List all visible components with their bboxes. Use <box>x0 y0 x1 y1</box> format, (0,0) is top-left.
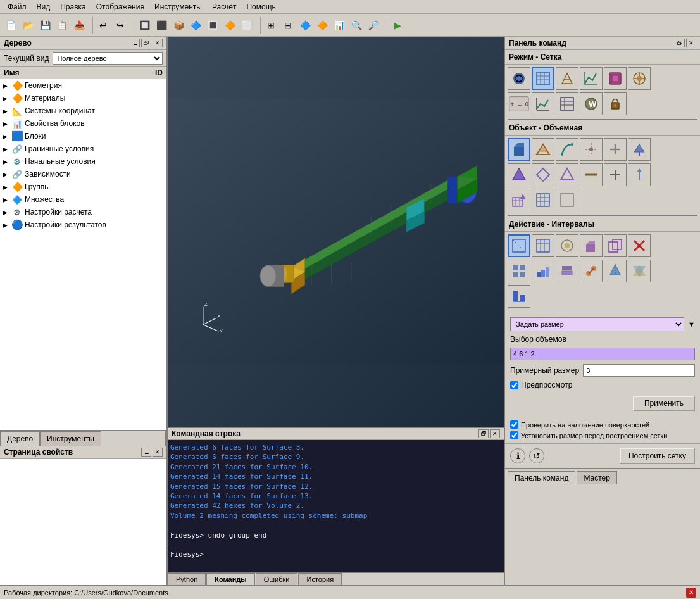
tb-save[interactable]: 💾 <box>37 17 53 34</box>
tree-item-block-props[interactable]: ▶ 📊 Свойства блоков <box>0 117 166 130</box>
build-mesh-button[interactable]: Построить сетку <box>620 448 695 464</box>
tree-item-boundary[interactable]: ▶ 🔗 Граничные условия <box>0 142 166 155</box>
tb-undo[interactable]: ↩ <box>95 17 111 34</box>
tree-item-geometry[interactable]: ▶ 🔶 Геометрия <box>0 79 166 92</box>
action-btn-copy[interactable] <box>604 234 627 257</box>
obj-btn-plus[interactable] <box>604 138 627 161</box>
mode-btn-6[interactable] <box>628 67 651 90</box>
overlap-checkbox[interactable] <box>510 420 518 429</box>
tree-item-coords[interactable]: ▶ 📐 Системы координат <box>0 104 166 117</box>
props-close-btn[interactable]: ✕ <box>153 448 163 457</box>
menu-tools[interactable]: Инструменты <box>149 1 207 13</box>
tree-item-deps[interactable]: ▶ 🔗 Зависимости <box>0 168 166 180</box>
apply-button[interactable]: Применить <box>633 396 695 411</box>
dropdown-arrow[interactable]: ▼ <box>688 320 695 328</box>
tree-minimize-btn[interactable]: 🗕 <box>130 39 140 47</box>
view-select[interactable]: Полное дерево <box>53 52 163 65</box>
tree-item-sets[interactable]: ▶ 🔷 Множества <box>0 193 166 206</box>
mode-btn-3[interactable] <box>556 67 578 90</box>
mode-time-btn[interactable]: t = 0 <box>508 92 530 115</box>
obj-btn-arrow[interactable] <box>628 163 651 186</box>
mode-text-btn[interactable]: W <box>580 92 603 115</box>
obj-btn-volume[interactable] <box>508 138 530 161</box>
tb-grid[interactable]: ⊞ <box>263 17 279 34</box>
obj-btn-empty[interactable] <box>556 189 578 211</box>
left-tab-tree[interactable]: Дерево <box>0 431 40 446</box>
props-minimize-btn[interactable]: 🗕 <box>141 448 151 457</box>
action-btn-steps[interactable] <box>532 260 554 282</box>
action-btn-1[interactable] <box>508 234 530 257</box>
tb-import[interactable]: 📥 <box>71 17 87 34</box>
tb-view1[interactable]: 🔲 <box>136 17 153 34</box>
tb-grid2[interactable]: ⊟ <box>280 17 296 34</box>
tb-mesh[interactable]: 🔶 <box>314 17 330 34</box>
tree-item-groups[interactable]: ▶ 🔶 Группы <box>0 180 166 193</box>
tree-item-result-settings[interactable]: ▶ 🔵 Настройки результатов <box>0 218 166 231</box>
refresh-button[interactable]: ↺ <box>529 448 544 463</box>
action-btn-2[interactable] <box>532 234 554 257</box>
viewport[interactable]: Z Y X <box>168 37 504 427</box>
action-btn-grid2[interactable] <box>508 260 530 282</box>
obj-btn-diamond[interactable] <box>532 163 554 186</box>
info-button[interactable]: ℹ <box>510 448 525 463</box>
menu-view[interactable]: Вид <box>32 1 56 13</box>
obj-btn-up[interactable] <box>628 138 651 161</box>
cmd-tab-commands[interactable]: Команды <box>206 573 254 585</box>
preview-checkbox[interactable] <box>510 381 518 389</box>
mode-btn-5[interactable] <box>604 67 627 90</box>
r-tab-master[interactable]: Мастер <box>577 471 617 484</box>
tb-run[interactable]: ▶ <box>389 17 406 34</box>
menu-edit[interactable]: Правка <box>55 1 91 13</box>
cmd-tab-history[interactable]: История <box>298 573 342 585</box>
right-maximize-btn[interactable]: 🗗 <box>675 39 685 47</box>
close-app-btn[interactable]: ✕ <box>686 588 696 598</box>
action-btn-circle[interactable] <box>556 234 578 257</box>
obj-btn-mesh-table[interactable] <box>532 189 554 211</box>
tree-item-materials[interactable]: ▶ 🔶 Материалы <box>0 92 166 104</box>
tb-redo[interactable]: ↪ <box>112 17 128 34</box>
tb-view4[interactable]: 🔷 <box>187 17 204 34</box>
tree-item-initial[interactable]: ▶ ⚙ Начальные условия <box>0 155 166 168</box>
r-tab-commands[interactable]: Панель команд <box>508 471 575 484</box>
menu-help[interactable]: Помощь <box>241 1 280 13</box>
obj-btn-curve[interactable] <box>556 138 578 161</box>
action-btn-mesh3d[interactable] <box>604 260 627 282</box>
tree-maximize-btn[interactable]: 🗗 <box>141 39 151 47</box>
tb-zoom-out[interactable]: 🔎 <box>365 17 382 34</box>
tb-view7[interactable]: ⬜ <box>239 17 255 34</box>
tree-close-btn[interactable]: ✕ <box>153 39 163 47</box>
cmd-tab-python[interactable]: Python <box>168 573 206 585</box>
cmd-close-btn[interactable]: ✕ <box>490 429 500 438</box>
tb-view6[interactable]: 🔶 <box>222 17 238 34</box>
mode-btn-2[interactable] <box>532 67 554 90</box>
action-btn-3d[interactable] <box>580 234 603 257</box>
obj-btn-vertex[interactable] <box>580 138 603 161</box>
set-size-checkbox[interactable] <box>510 431 518 439</box>
action-btn-bar-chart[interactable] <box>508 285 530 308</box>
cmd-tab-errors[interactable]: Ошибки <box>256 573 298 585</box>
action-dropdown[interactable]: Задать размер <box>510 317 684 331</box>
volume-input[interactable] <box>510 348 695 360</box>
tb-view3[interactable]: 📦 <box>170 17 187 34</box>
obj-btn-dash[interactable] <box>580 163 603 186</box>
obj-btn-triangle[interactable] <box>556 163 578 186</box>
tb-view5[interactable]: 🔳 <box>204 17 221 34</box>
tree-item-calc-settings[interactable]: ▶ ⚙ Настройки расчета <box>0 206 166 218</box>
menu-display[interactable]: Отображение <box>91 1 149 13</box>
tb-result[interactable]: 📊 <box>331 17 347 34</box>
obj-btn-pyramid[interactable] <box>508 163 530 186</box>
tree-item-blocks[interactable]: ▶ 🟦 Блоки <box>0 130 166 142</box>
tb-save-as[interactable]: 📋 <box>54 17 70 34</box>
mode-chart-btn[interactable] <box>532 92 554 115</box>
tb-open[interactable]: 📂 <box>20 17 36 34</box>
action-btn-smooth[interactable] <box>580 260 603 282</box>
tb-view2[interactable]: ⬛ <box>153 17 170 34</box>
obj-btn-mesh-edit[interactable] <box>508 189 530 211</box>
size-input[interactable] <box>583 364 695 377</box>
menu-calc[interactable]: Расчёт <box>207 1 242 13</box>
action-btn-x[interactable] <box>628 234 651 257</box>
action-btn-scatter[interactable] <box>628 260 651 282</box>
left-tab-tools[interactable]: Инструменты <box>40 431 101 446</box>
action-btn-layers[interactable] <box>556 260 578 282</box>
mode-table-btn[interactable] <box>556 92 578 115</box>
